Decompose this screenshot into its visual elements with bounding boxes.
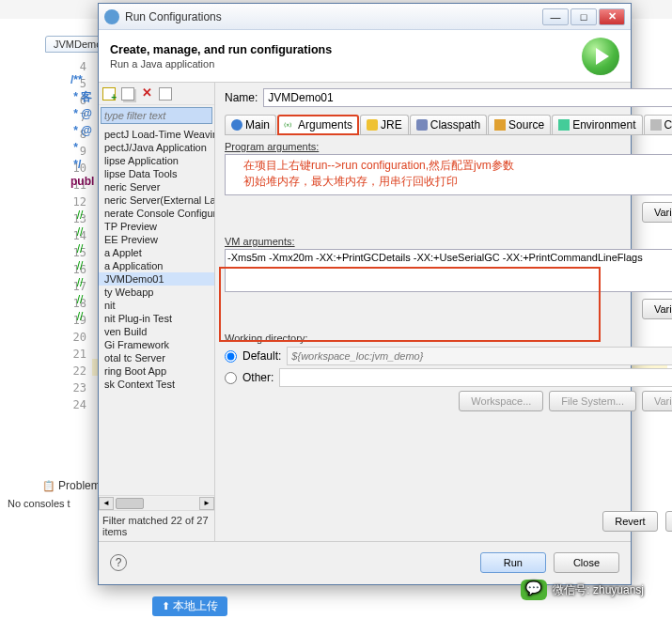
tree-item[interactable]: nit Plug-in Test [99,312,214,325]
workspace-button[interactable]: Workspace... [459,391,543,411]
filesystem-button[interactable]: File System... [549,391,636,411]
run-icon [582,38,619,75]
tree-item[interactable]: pectJ/Java Application [99,141,214,154]
common-icon [650,119,662,131]
header-subtitle: Run a Java application [110,58,582,70]
tree-item[interactable]: lipse Application [99,154,214,167]
program-args-label: Program arguments: [225,141,672,152]
wd-variables-button[interactable]: Variables... [642,391,672,411]
run-button[interactable]: Run [480,552,546,573]
horizontal-scrollbar[interactable]: ◄ ► [99,495,214,510]
source-icon [494,119,506,131]
window-close-button[interactable]: ✕ [599,8,625,25]
titlebar[interactable]: Run Configurations — □ ✕ [99,4,631,30]
default-radio[interactable] [225,350,237,363]
no-console-text: No consoles t [8,498,70,509]
tab-classpath[interactable]: Classpath [410,115,487,134]
tree-item[interactable]: ring Boot App [99,364,214,378]
annotation-text: 在项目上右键run-->run configuration,然后配置jvm参数 … [243,158,514,190]
tree-item[interactable]: a Applet [99,246,214,259]
scroll-right-icon[interactable]: ► [199,497,214,510]
code-area[interactable]: /** * 客 * @ * @ * */ publ // // // // //… [70,54,94,325]
vm-variables-button[interactable]: Variables... [642,299,672,319]
tree-item[interactable]: ven Build [99,325,214,338]
duplicate-icon[interactable] [121,87,134,101]
tab-jre[interactable]: JRE [360,115,409,134]
filter-icon[interactable] [159,87,172,101]
right-panel: Name: Main Arguments JRE Classpath Sourc… [215,83,672,541]
filter-count: Filter matched 22 of 27 items [99,510,214,541]
tree-item[interactable]: a Application [99,259,214,272]
tree-item[interactable]: TP Preview [99,220,214,233]
apply-button[interactable]: Apply [665,511,672,532]
tree-item[interactable]: EE Preview [99,233,214,246]
watermark: 微信号: zhuyuansj [521,580,644,600]
tab-common[interactable]: Common [644,115,673,134]
other-dir-input[interactable] [279,368,672,387]
tree-item[interactable]: otal tc Server [99,351,214,364]
tree-item[interactable]: sk Context Test [99,378,214,391]
dialog-header: Create, manage, and run configurations R… [99,30,631,83]
minimize-button[interactable]: — [542,8,569,25]
delete-icon[interactable]: ✕ [140,87,153,101]
vm-args-label: VM arguments: [225,236,672,247]
other-radio[interactable] [225,372,237,384]
tree-item[interactable]: neric Server(External Launc [99,193,214,207]
tree-item[interactable]: pectJ Load-Time Weaving [99,128,214,141]
dialog-icon [104,9,119,24]
name-label: Name: [225,91,258,104]
vm-args-input[interactable]: -Xms5m -Xmx20m -XX:+PrintGCDetails -XX:+… [225,249,672,292]
config-tabs: Main Arguments JRE Classpath Source Envi… [225,113,672,135]
scroll-left-icon[interactable]: ◄ [99,497,114,510]
new-icon[interactable] [102,87,116,101]
environment-icon [558,119,570,131]
arguments-icon [284,119,295,131]
tab-arguments[interactable]: Arguments [277,115,359,135]
config-tree[interactable]: pectJ Load-Time WeavingpectJ/Java Applic… [99,126,214,495]
default-dir-input [287,347,672,365]
jre-icon [367,119,378,131]
header-title: Create, manage, and run configurations [110,43,582,56]
tree-item[interactable]: ty Webapp [99,286,214,299]
classpath-icon [416,119,428,131]
name-input[interactable] [263,88,672,107]
tree-item[interactable]: nit [99,299,214,312]
default-label: Default: [242,349,281,363]
program-variables-button[interactable]: Variables... [642,202,672,223]
tree-item[interactable]: lipse Data Tools [99,167,214,180]
dialog-footer: ? Run Close [99,541,631,582]
tab-environment[interactable]: Environment [552,115,642,134]
scroll-thumb[interactable] [116,498,144,509]
tree-item[interactable]: neric Server [99,180,214,193]
tree-item[interactable]: nerate Console Configurat [99,207,214,220]
revert-button[interactable]: Revert [602,511,657,532]
filter-input[interactable] [101,107,212,124]
help-icon[interactable]: ? [110,554,127,571]
wechat-icon [521,580,547,600]
close-button[interactable]: Close [554,552,619,573]
other-label: Other: [242,371,273,384]
dialog-title: Run Configurations [125,10,540,23]
tree-toolbar: ✕ [99,83,214,105]
tab-main[interactable]: Main [225,115,276,134]
working-dir-label: Working directory: [225,333,672,344]
maximize-button[interactable]: □ [570,8,597,25]
problems-tab[interactable]: 📋 Problems [42,479,106,492]
main-icon [231,119,242,131]
tree-item[interactable]: JVMDemo01 [99,272,214,286]
tab-source[interactable]: Source [488,115,551,134]
left-panel: ✕ pectJ Load-Time WeavingpectJ/Java Appl… [99,83,215,541]
run-config-dialog: Run Configurations — □ ✕ Create, manage,… [98,3,632,585]
tree-item[interactable]: Gi Framework [99,338,214,351]
upload-button[interactable]: ⬆ 本地上传 [152,596,227,616]
